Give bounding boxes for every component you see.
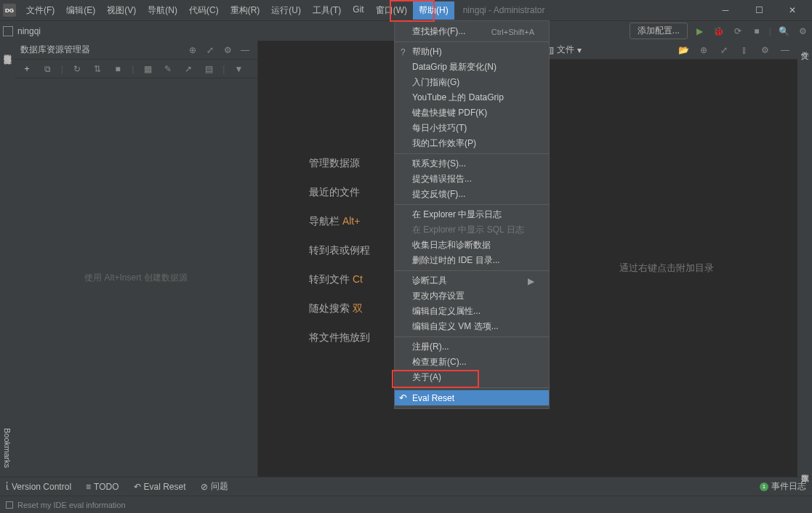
- app-logo: DG: [3, 4, 16, 17]
- dd-feedback[interactable]: 提交反馈(F)...: [395, 187, 549, 202]
- edit-icon[interactable]: ✎: [161, 62, 174, 76]
- panel-settings-icon[interactable]: ⚙: [221, 44, 234, 57]
- dd-diagnostic-tools[interactable]: 诊断工具▶: [395, 273, 549, 288]
- database-explorer-empty: 使用 Alt+Insert 创建数据源: [15, 78, 257, 477]
- debug-icon[interactable]: 🐞: [712, 25, 725, 38]
- database-explorer-title: 数据库资源管理器: [20, 44, 186, 56]
- help-dropdown: 查找操作(F)...Ctrl+Shift+A ?帮助(H) DataGrip 最…: [394, 20, 550, 409]
- dd-show-sql-log: 在 Explorer 中显示 SQL 日志: [395, 222, 549, 238]
- jump-icon[interactable]: ↗: [182, 62, 195, 76]
- hide-panel-icon[interactable]: —: [238, 44, 252, 57]
- menu-tools[interactable]: 工具(T): [307, 1, 347, 20]
- add-configuration-button[interactable]: 添加配置...: [630, 23, 688, 39]
- dropdown-icon[interactable]: ▾: [577, 45, 582, 55]
- refresh-icon[interactable]: ↻: [71, 62, 84, 76]
- warning-icon: ⊘: [201, 482, 208, 492]
- filter-icon[interactable]: ▼: [232, 62, 245, 76]
- menu-view[interactable]: 视图(V): [101, 1, 142, 20]
- files-panel-empty: 通过右键点击附加目录: [536, 60, 797, 477]
- files-panel: ▥ 文件 ▾ 📂 ⊕ ⤢ ⫿ ⚙ — 通过右键点击附加目录: [536, 41, 797, 477]
- stop2-icon[interactable]: ■: [111, 62, 124, 76]
- bb-todo[interactable]: ≡TODO: [86, 482, 118, 492]
- right-tool-stripe: 文件 数据库: [797, 41, 812, 477]
- question-icon: ?: [401, 47, 406, 57]
- list-icon: ≡: [86, 482, 91, 492]
- project-icon: [3, 26, 13, 36]
- dd-custom-props[interactable]: 编辑自定义属性...: [395, 304, 549, 319]
- window-title: ningqi - Administrator: [463, 5, 545, 15]
- bb-version-control[interactable]: ἱVersion Control: [6, 482, 71, 492]
- dd-delete-dir[interactable]: 删除过时的 IDE 目录...: [395, 253, 549, 268]
- copy-icon[interactable]: ⧉: [41, 62, 54, 76]
- stop-icon[interactable]: ■: [750, 25, 763, 38]
- menubar: 文件(F) 编辑(E) 视图(V) 导航(N) 代码(C) 重构(R) 运行(U…: [20, 1, 454, 20]
- locate2-icon[interactable]: ⊕: [697, 44, 710, 57]
- menu-git[interactable]: Git: [347, 1, 369, 20]
- left-tab-database-explorer[interactable]: 数据库 资源管理器: [1, 44, 15, 54]
- undo-icon: ↶: [134, 482, 141, 492]
- dd-check-update[interactable]: 检查更新(C)...: [395, 355, 549, 370]
- dd-submit-bug[interactable]: 提交错误报告...: [395, 171, 549, 187]
- statusbar-icon[interactable]: [6, 501, 13, 509]
- bb-problems[interactable]: ⊘问题: [201, 480, 228, 493]
- left-tool-stripe: 数据库 资源管理器 Bookmarks: [0, 41, 15, 477]
- close-button[interactable]: ✕: [776, 0, 809, 20]
- undo2-icon: ↶: [399, 392, 407, 403]
- dd-about[interactable]: 关于(A): [395, 370, 549, 385]
- dd-show-log[interactable]: 在 Explorer 中显示日志: [395, 207, 549, 222]
- files-tab-label: 文件: [557, 44, 574, 56]
- expand2-icon[interactable]: ⤢: [717, 44, 731, 57]
- dd-productivity[interactable]: 我的工作效率(P): [395, 136, 549, 151]
- project-name[interactable]: ningqi: [17, 26, 41, 36]
- menu-edit[interactable]: 编辑(E): [60, 1, 101, 20]
- bb-event-log[interactable]: 1事件日志: [760, 480, 806, 493]
- hide-panel2-icon[interactable]: —: [779, 44, 792, 57]
- add-icon[interactable]: ＋: [20, 62, 33, 76]
- dd-register[interactable]: 注册(R)...: [395, 339, 549, 355]
- table-icon[interactable]: ▦: [141, 62, 154, 76]
- notification-badge: 1: [760, 482, 768, 491]
- sync-icon[interactable]: ⇅: [91, 62, 104, 76]
- dd-memory[interactable]: 更改内存设置: [395, 288, 549, 304]
- minimize-button[interactable]: ─: [709, 0, 742, 20]
- menu-help[interactable]: 帮助(H): [413, 1, 454, 20]
- dd-contact-support[interactable]: 联系支持(S)...: [395, 156, 549, 171]
- statusbar-text: Reset my IDE eval information: [17, 501, 126, 509]
- dd-help[interactable]: ?帮助(H): [395, 44, 549, 60]
- search-icon[interactable]: 🔍: [777, 25, 790, 38]
- open-icon[interactable]: 📂: [677, 44, 690, 57]
- statusbar: Reset my IDE eval information: [0, 496, 812, 513]
- left-tab-bookmarks[interactable]: Bookmarks: [1, 424, 13, 472]
- database-explorer-panel: 数据库资源管理器 ⊕ ⤢ ⚙ — ＋ ⧉ | ↻ ⇅ ■ | ▦ ✎ ↗ ▤ |…: [15, 41, 258, 477]
- menu-code[interactable]: 代码(C): [183, 1, 225, 20]
- right-tab-files[interactable]: 文件: [798, 41, 812, 49]
- run2-icon[interactable]: ⟳: [731, 25, 744, 38]
- menu-navigate[interactable]: 导航(N): [142, 1, 183, 20]
- split-icon[interactable]: ⫿: [738, 44, 751, 57]
- submenu-arrow-icon: ▶: [528, 276, 534, 286]
- dd-find-action[interactable]: 查找操作(F)...Ctrl+Shift+A: [395, 24, 549, 39]
- panel2-settings-icon[interactable]: ⚙: [758, 44, 771, 57]
- bb-eval-reset[interactable]: ↶Eval Reset: [134, 482, 186, 492]
- right-tab-database[interactable]: 数据库: [798, 464, 812, 472]
- dd-youtube[interactable]: YouTube 上的 DataGrip: [395, 90, 549, 105]
- dd-whatsnew[interactable]: DataGrip 最新变化(N): [395, 60, 549, 75]
- menu-file[interactable]: 文件(F): [20, 1, 60, 20]
- dd-tips[interactable]: 每日小技巧(T): [395, 121, 549, 136]
- dd-getting-started[interactable]: 入门指南(G): [395, 75, 549, 90]
- settings-icon[interactable]: ⚙: [796, 25, 809, 38]
- locate-icon[interactable]: ⊕: [186, 44, 199, 57]
- dd-keymap[interactable]: 键盘快捷键 PDF(K): [395, 105, 549, 121]
- dd-custom-vm[interactable]: 编辑自定义 VM 选项...: [395, 319, 549, 334]
- branch-icon: ἱ: [6, 482, 9, 492]
- dd-collect-logs[interactable]: 收集日志和诊断数据: [395, 238, 549, 253]
- maximize-button[interactable]: ☐: [742, 0, 776, 20]
- dd-eval-reset[interactable]: ↶Eval Reset: [395, 390, 549, 405]
- run-icon[interactable]: ▶: [694, 25, 707, 38]
- bottom-toolbar: ἱVersion Control ≡TODO ↶Eval Reset ⊘问题 1…: [0, 477, 812, 496]
- expand-icon[interactable]: ⤢: [204, 44, 217, 57]
- menu-refactor[interactable]: 重构(R): [225, 1, 266, 20]
- menu-run[interactable]: 运行(U): [265, 1, 307, 20]
- menu-window[interactable]: 窗口(W): [370, 1, 413, 20]
- console-icon[interactable]: ▤: [202, 62, 215, 76]
